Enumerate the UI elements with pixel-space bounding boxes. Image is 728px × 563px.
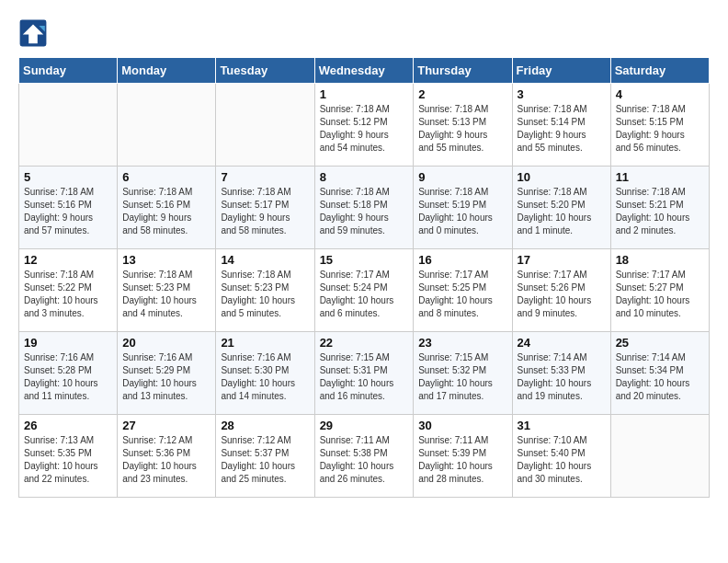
calendar-week-4: 19Sunrise: 7:16 AM Sunset: 5:28 PM Dayli… [19, 332, 710, 415]
calendar-cell [216, 84, 314, 167]
day-number: 17 [518, 253, 606, 267]
day-info: Sunrise: 7:18 AM Sunset: 5:21 PM Dayligh… [616, 186, 704, 237]
header-thursday: Thursday [414, 58, 512, 84]
calendar-cell [118, 84, 216, 167]
day-number: 27 [122, 419, 210, 432]
calendar-cell: 6Sunrise: 7:18 AM Sunset: 5:16 PM Daylig… [118, 167, 216, 249]
calendar-cell: 24Sunrise: 7:14 AM Sunset: 5:33 PM Dayli… [512, 332, 610, 415]
day-info: Sunrise: 7:16 AM Sunset: 5:28 PM Dayligh… [24, 351, 112, 403]
day-number: 15 [320, 253, 409, 267]
day-number: 22 [320, 336, 409, 350]
header-saturday: Saturday [610, 58, 709, 84]
calendar-cell: 3Sunrise: 7:18 AM Sunset: 5:14 PM Daylig… [512, 84, 610, 167]
day-number: 11 [616, 170, 704, 184]
day-number: 2 [418, 87, 506, 101]
day-number: 3 [518, 87, 606, 101]
day-info: Sunrise: 7:18 AM Sunset: 5:14 PM Dayligh… [518, 103, 606, 155]
day-number: 24 [518, 336, 606, 350]
calendar-cell: 30Sunrise: 7:11 AM Sunset: 5:39 PM Dayli… [414, 415, 512, 498]
day-info: Sunrise: 7:18 AM Sunset: 5:15 PM Dayligh… [616, 103, 704, 155]
day-number: 19 [24, 336, 112, 350]
day-number: 1 [320, 87, 409, 101]
calendar-table: SundayMondayTuesdayWednesdayThursdayFrid… [18, 57, 710, 498]
calendar-cell [610, 415, 709, 498]
header-tuesday: Tuesday [216, 58, 314, 84]
calendar-cell: 20Sunrise: 7:16 AM Sunset: 5:29 PM Dayli… [118, 332, 216, 415]
day-info: Sunrise: 7:17 AM Sunset: 5:27 PM Dayligh… [616, 269, 704, 320]
logo [18, 18, 51, 48]
day-number: 14 [221, 253, 309, 267]
day-info: Sunrise: 7:18 AM Sunset: 5:12 PM Dayligh… [320, 103, 409, 155]
calendar-cell: 18Sunrise: 7:17 AM Sunset: 5:27 PM Dayli… [610, 249, 709, 332]
day-number: 6 [122, 170, 210, 184]
day-info: Sunrise: 7:18 AM Sunset: 5:19 PM Dayligh… [418, 186, 506, 237]
calendar-week-5: 26Sunrise: 7:13 AM Sunset: 5:35 PM Dayli… [19, 415, 710, 498]
day-number: 9 [418, 170, 506, 184]
calendar-cell: 2Sunrise: 7:18 AM Sunset: 5:13 PM Daylig… [414, 84, 512, 167]
day-info: Sunrise: 7:18 AM Sunset: 5:23 PM Dayligh… [221, 269, 309, 320]
logo-icon [18, 18, 48, 48]
calendar-cell: 10Sunrise: 7:18 AM Sunset: 5:20 PM Dayli… [512, 167, 610, 249]
day-number: 8 [320, 170, 409, 184]
day-info: Sunrise: 7:18 AM Sunset: 5:16 PM Dayligh… [122, 186, 210, 237]
day-number: 23 [418, 336, 506, 350]
day-number: 4 [616, 87, 704, 101]
calendar-cell: 23Sunrise: 7:15 AM Sunset: 5:32 PM Dayli… [414, 332, 512, 415]
day-info: Sunrise: 7:18 AM Sunset: 5:20 PM Dayligh… [518, 186, 606, 237]
day-number: 10 [518, 170, 606, 184]
day-info: Sunrise: 7:15 AM Sunset: 5:32 PM Dayligh… [418, 351, 506, 403]
calendar-cell [19, 84, 118, 167]
calendar-cell: 11Sunrise: 7:18 AM Sunset: 5:21 PM Dayli… [610, 167, 709, 249]
calendar-cell: 13Sunrise: 7:18 AM Sunset: 5:23 PM Dayli… [118, 249, 216, 332]
calendar-cell: 25Sunrise: 7:14 AM Sunset: 5:34 PM Dayli… [610, 332, 709, 415]
day-number: 7 [221, 170, 309, 184]
day-info: Sunrise: 7:11 AM Sunset: 5:38 PM Dayligh… [320, 434, 409, 486]
calendar-cell: 15Sunrise: 7:17 AM Sunset: 5:24 PM Dayli… [314, 249, 414, 332]
calendar-cell: 26Sunrise: 7:13 AM Sunset: 5:35 PM Dayli… [19, 415, 118, 498]
day-number: 21 [221, 336, 309, 350]
calendar-cell: 7Sunrise: 7:18 AM Sunset: 5:17 PM Daylig… [216, 167, 314, 249]
calendar-cell: 14Sunrise: 7:18 AM Sunset: 5:23 PM Dayli… [216, 249, 314, 332]
day-number: 29 [320, 419, 409, 432]
calendar-cell: 8Sunrise: 7:18 AM Sunset: 5:18 PM Daylig… [314, 167, 414, 249]
calendar-cell: 31Sunrise: 7:10 AM Sunset: 5:40 PM Dayli… [512, 415, 610, 498]
day-info: Sunrise: 7:15 AM Sunset: 5:31 PM Dayligh… [320, 351, 409, 403]
day-info: Sunrise: 7:17 AM Sunset: 5:25 PM Dayligh… [418, 269, 506, 320]
day-number: 20 [122, 336, 210, 350]
day-info: Sunrise: 7:18 AM Sunset: 5:22 PM Dayligh… [24, 269, 112, 320]
day-number: 25 [616, 336, 704, 350]
calendar-cell: 16Sunrise: 7:17 AM Sunset: 5:25 PM Dayli… [414, 249, 512, 332]
day-info: Sunrise: 7:11 AM Sunset: 5:39 PM Dayligh… [418, 434, 506, 486]
calendar-header-row: SundayMondayTuesdayWednesdayThursdayFrid… [19, 58, 710, 84]
calendar-cell: 4Sunrise: 7:18 AM Sunset: 5:15 PM Daylig… [610, 84, 709, 167]
day-number: 16 [418, 253, 506, 267]
day-number: 31 [518, 419, 606, 432]
calendar-cell: 19Sunrise: 7:16 AM Sunset: 5:28 PM Dayli… [19, 332, 118, 415]
calendar-week-2: 5Sunrise: 7:18 AM Sunset: 5:16 PM Daylig… [19, 167, 710, 249]
day-number: 5 [24, 170, 112, 184]
day-info: Sunrise: 7:16 AM Sunset: 5:30 PM Dayligh… [221, 351, 309, 403]
day-info: Sunrise: 7:12 AM Sunset: 5:36 PM Dayligh… [122, 434, 210, 486]
day-number: 26 [24, 419, 112, 432]
day-number: 28 [221, 419, 309, 432]
page-header [18, 18, 710, 48]
header-sunday: Sunday [19, 58, 118, 84]
day-info: Sunrise: 7:12 AM Sunset: 5:37 PM Dayligh… [221, 434, 309, 486]
calendar-cell: 28Sunrise: 7:12 AM Sunset: 5:37 PM Dayli… [216, 415, 314, 498]
calendar-week-3: 12Sunrise: 7:18 AM Sunset: 5:22 PM Dayli… [19, 249, 710, 332]
day-info: Sunrise: 7:18 AM Sunset: 5:23 PM Dayligh… [122, 269, 210, 320]
calendar-cell: 27Sunrise: 7:12 AM Sunset: 5:36 PM Dayli… [118, 415, 216, 498]
calendar-cell: 17Sunrise: 7:17 AM Sunset: 5:26 PM Dayli… [512, 249, 610, 332]
day-info: Sunrise: 7:18 AM Sunset: 5:17 PM Dayligh… [221, 186, 309, 237]
calendar-cell: 9Sunrise: 7:18 AM Sunset: 5:19 PM Daylig… [414, 167, 512, 249]
day-number: 18 [616, 253, 704, 267]
day-number: 13 [122, 253, 210, 267]
calendar-cell: 22Sunrise: 7:15 AM Sunset: 5:31 PM Dayli… [314, 332, 414, 415]
day-info: Sunrise: 7:18 AM Sunset: 5:13 PM Dayligh… [418, 103, 506, 155]
day-info: Sunrise: 7:10 AM Sunset: 5:40 PM Dayligh… [518, 434, 606, 486]
day-number: 12 [24, 253, 112, 267]
day-info: Sunrise: 7:17 AM Sunset: 5:24 PM Dayligh… [320, 269, 409, 320]
header-friday: Friday [512, 58, 610, 84]
calendar-cell: 1Sunrise: 7:18 AM Sunset: 5:12 PM Daylig… [314, 84, 414, 167]
day-info: Sunrise: 7:13 AM Sunset: 5:35 PM Dayligh… [24, 434, 112, 486]
